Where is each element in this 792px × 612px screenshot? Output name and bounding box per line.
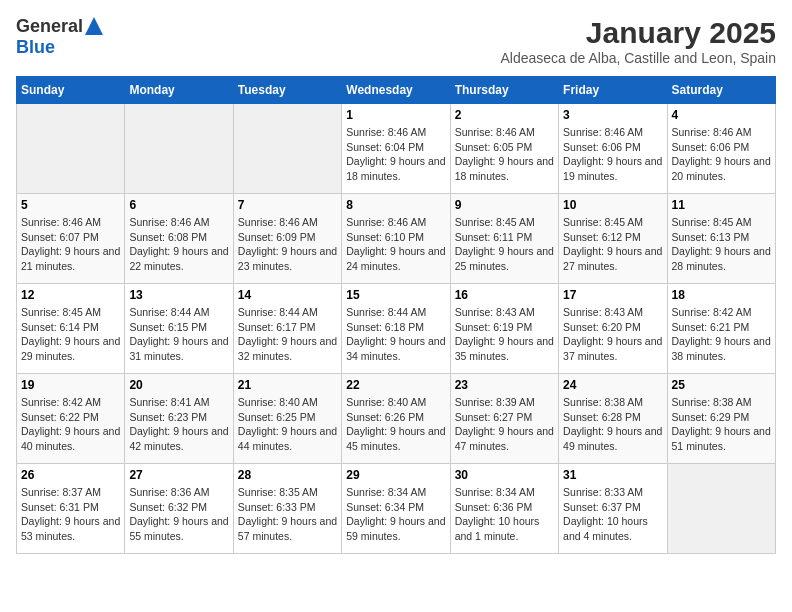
calendar-cell: 1Sunrise: 8:46 AMSunset: 6:04 PMDaylight… [342,104,450,194]
calendar-cell: 31Sunrise: 8:33 AMSunset: 6:37 PMDayligh… [559,464,667,554]
logo-blue: Blue [16,37,55,57]
cell-info: Sunrise: 8:44 AMSunset: 6:15 PMDaylight:… [129,305,228,364]
day-number: 16 [455,288,554,302]
day-number: 31 [563,468,662,482]
cell-info: Sunrise: 8:34 AMSunset: 6:34 PMDaylight:… [346,485,445,544]
calendar-cell [667,464,775,554]
calendar-subtitle: Aldeaseca de Alba, Castille and Leon, Sp… [500,50,776,66]
day-of-week-header: Thursday [450,77,558,104]
cell-info: Sunrise: 8:35 AMSunset: 6:33 PMDaylight:… [238,485,337,544]
cell-info: Sunrise: 8:40 AMSunset: 6:26 PMDaylight:… [346,395,445,454]
cell-info: Sunrise: 8:38 AMSunset: 6:28 PMDaylight:… [563,395,662,454]
day-number: 1 [346,108,445,122]
day-number: 23 [455,378,554,392]
cell-info: Sunrise: 8:46 AMSunset: 6:09 PMDaylight:… [238,215,337,274]
calendar-cell: 14Sunrise: 8:44 AMSunset: 6:17 PMDayligh… [233,284,341,374]
day-number: 21 [238,378,337,392]
day-of-week-header: Sunday [17,77,125,104]
cell-info: Sunrise: 8:45 AMSunset: 6:14 PMDaylight:… [21,305,120,364]
cell-info: Sunrise: 8:43 AMSunset: 6:20 PMDaylight:… [563,305,662,364]
calendar-cell: 16Sunrise: 8:43 AMSunset: 6:19 PMDayligh… [450,284,558,374]
calendar-cell: 26Sunrise: 8:37 AMSunset: 6:31 PMDayligh… [17,464,125,554]
calendar-cell: 24Sunrise: 8:38 AMSunset: 6:28 PMDayligh… [559,374,667,464]
day-number: 19 [21,378,120,392]
calendar-cell: 18Sunrise: 8:42 AMSunset: 6:21 PMDayligh… [667,284,775,374]
calendar-cell: 30Sunrise: 8:34 AMSunset: 6:36 PMDayligh… [450,464,558,554]
cell-info: Sunrise: 8:44 AMSunset: 6:17 PMDaylight:… [238,305,337,364]
calendar-cell [233,104,341,194]
day-number: 24 [563,378,662,392]
cell-info: Sunrise: 8:36 AMSunset: 6:32 PMDaylight:… [129,485,228,544]
header: General Blue January 2025 Aldeaseca de A… [16,16,776,66]
calendar-cell: 15Sunrise: 8:44 AMSunset: 6:18 PMDayligh… [342,284,450,374]
calendar-title: January 2025 [500,16,776,50]
day-number: 9 [455,198,554,212]
day-number: 29 [346,468,445,482]
day-number: 11 [672,198,771,212]
cell-info: Sunrise: 8:34 AMSunset: 6:36 PMDaylight:… [455,485,554,544]
cell-info: Sunrise: 8:44 AMSunset: 6:18 PMDaylight:… [346,305,445,364]
day-number: 14 [238,288,337,302]
cell-info: Sunrise: 8:38 AMSunset: 6:29 PMDaylight:… [672,395,771,454]
cell-info: Sunrise: 8:37 AMSunset: 6:31 PMDaylight:… [21,485,120,544]
cell-info: Sunrise: 8:33 AMSunset: 6:37 PMDaylight:… [563,485,662,544]
cell-info: Sunrise: 8:46 AMSunset: 6:10 PMDaylight:… [346,215,445,274]
day-number: 17 [563,288,662,302]
calendar-cell: 22Sunrise: 8:40 AMSunset: 6:26 PMDayligh… [342,374,450,464]
day-number: 3 [563,108,662,122]
day-number: 7 [238,198,337,212]
calendar-cell: 21Sunrise: 8:40 AMSunset: 6:25 PMDayligh… [233,374,341,464]
calendar-cell: 17Sunrise: 8:43 AMSunset: 6:20 PMDayligh… [559,284,667,374]
title-area: January 2025 Aldeaseca de Alba, Castille… [500,16,776,66]
cell-info: Sunrise: 8:46 AMSunset: 6:04 PMDaylight:… [346,125,445,184]
calendar-cell: 28Sunrise: 8:35 AMSunset: 6:33 PMDayligh… [233,464,341,554]
calendar-cell: 13Sunrise: 8:44 AMSunset: 6:15 PMDayligh… [125,284,233,374]
day-number: 22 [346,378,445,392]
cell-info: Sunrise: 8:46 AMSunset: 6:05 PMDaylight:… [455,125,554,184]
calendar-cell: 12Sunrise: 8:45 AMSunset: 6:14 PMDayligh… [17,284,125,374]
calendar-cell: 4Sunrise: 8:46 AMSunset: 6:06 PMDaylight… [667,104,775,194]
calendar-cell: 23Sunrise: 8:39 AMSunset: 6:27 PMDayligh… [450,374,558,464]
calendar-cell: 10Sunrise: 8:45 AMSunset: 6:12 PMDayligh… [559,194,667,284]
calendar-cell [125,104,233,194]
day-number: 4 [672,108,771,122]
cell-info: Sunrise: 8:46 AMSunset: 6:06 PMDaylight:… [672,125,771,184]
day-number: 18 [672,288,771,302]
calendar-cell: 25Sunrise: 8:38 AMSunset: 6:29 PMDayligh… [667,374,775,464]
cell-info: Sunrise: 8:41 AMSunset: 6:23 PMDaylight:… [129,395,228,454]
calendar-table: SundayMondayTuesdayWednesdayThursdayFrid… [16,76,776,554]
day-number: 28 [238,468,337,482]
cell-info: Sunrise: 8:40 AMSunset: 6:25 PMDaylight:… [238,395,337,454]
cell-info: Sunrise: 8:45 AMSunset: 6:12 PMDaylight:… [563,215,662,274]
calendar-cell [17,104,125,194]
calendar-cell: 3Sunrise: 8:46 AMSunset: 6:06 PMDaylight… [559,104,667,194]
day-of-week-header: Monday [125,77,233,104]
day-number: 25 [672,378,771,392]
calendar-cell: 29Sunrise: 8:34 AMSunset: 6:34 PMDayligh… [342,464,450,554]
cell-info: Sunrise: 8:45 AMSunset: 6:13 PMDaylight:… [672,215,771,274]
cell-info: Sunrise: 8:45 AMSunset: 6:11 PMDaylight:… [455,215,554,274]
calendar-cell: 11Sunrise: 8:45 AMSunset: 6:13 PMDayligh… [667,194,775,284]
day-number: 5 [21,198,120,212]
cell-info: Sunrise: 8:43 AMSunset: 6:19 PMDaylight:… [455,305,554,364]
day-number: 6 [129,198,228,212]
day-number: 13 [129,288,228,302]
day-number: 27 [129,468,228,482]
day-number: 30 [455,468,554,482]
cell-info: Sunrise: 8:39 AMSunset: 6:27 PMDaylight:… [455,395,554,454]
calendar-cell: 20Sunrise: 8:41 AMSunset: 6:23 PMDayligh… [125,374,233,464]
day-of-week-header: Tuesday [233,77,341,104]
logo-triangle-icon [85,17,103,35]
calendar-cell: 2Sunrise: 8:46 AMSunset: 6:05 PMDaylight… [450,104,558,194]
logo: General Blue [16,16,103,58]
day-of-week-header: Saturday [667,77,775,104]
day-number: 2 [455,108,554,122]
day-number: 10 [563,198,662,212]
calendar-cell: 7Sunrise: 8:46 AMSunset: 6:09 PMDaylight… [233,194,341,284]
calendar-cell: 5Sunrise: 8:46 AMSunset: 6:07 PMDaylight… [17,194,125,284]
cell-info: Sunrise: 8:42 AMSunset: 6:22 PMDaylight:… [21,395,120,454]
day-number: 15 [346,288,445,302]
calendar-cell: 9Sunrise: 8:45 AMSunset: 6:11 PMDaylight… [450,194,558,284]
cell-info: Sunrise: 8:46 AMSunset: 6:08 PMDaylight:… [129,215,228,274]
day-of-week-header: Friday [559,77,667,104]
